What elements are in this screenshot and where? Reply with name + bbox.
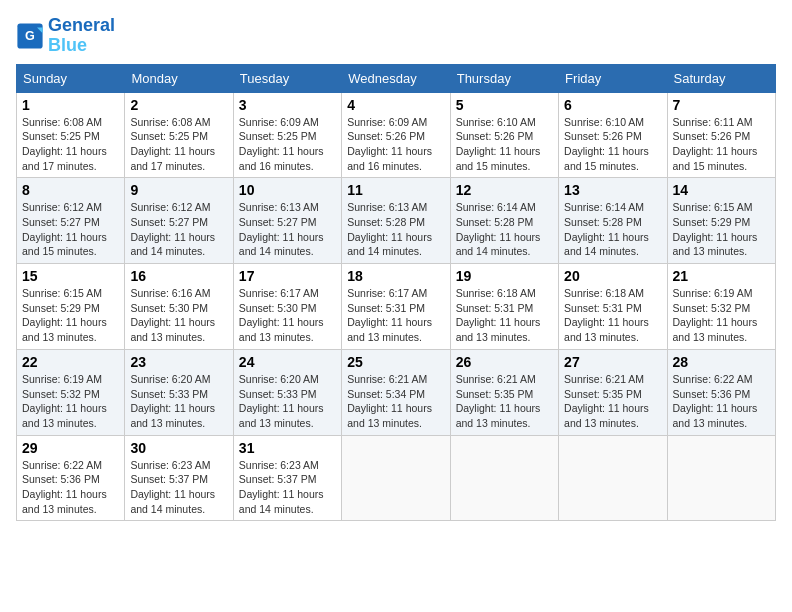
day-number: 15 [22, 268, 119, 284]
calendar-cell [667, 435, 775, 521]
day-info: Sunrise: 6:15 AM Sunset: 5:29 PM Dayligh… [673, 200, 770, 259]
calendar-cell: 18 Sunrise: 6:17 AM Sunset: 5:31 PM Dayl… [342, 264, 450, 350]
day-info: Sunrise: 6:10 AM Sunset: 5:26 PM Dayligh… [456, 115, 553, 174]
logo-icon: G [16, 22, 44, 50]
calendar-cell: 9 Sunrise: 6:12 AM Sunset: 5:27 PM Dayli… [125, 178, 233, 264]
day-info: Sunrise: 6:12 AM Sunset: 5:27 PM Dayligh… [130, 200, 227, 259]
calendar-cell: 3 Sunrise: 6:09 AM Sunset: 5:25 PM Dayli… [233, 92, 341, 178]
calendar-cell: 6 Sunrise: 6:10 AM Sunset: 5:26 PM Dayli… [559, 92, 667, 178]
weekday-header-cell: Monday [125, 64, 233, 92]
calendar-cell: 7 Sunrise: 6:11 AM Sunset: 5:26 PM Dayli… [667, 92, 775, 178]
day-number: 30 [130, 440, 227, 456]
calendar-cell: 31 Sunrise: 6:23 AM Sunset: 5:37 PM Dayl… [233, 435, 341, 521]
day-info: Sunrise: 6:13 AM Sunset: 5:28 PM Dayligh… [347, 200, 444, 259]
day-number: 25 [347, 354, 444, 370]
day-number: 29 [22, 440, 119, 456]
logo-text: General Blue [48, 16, 115, 56]
calendar-cell [342, 435, 450, 521]
day-info: Sunrise: 6:08 AM Sunset: 5:25 PM Dayligh… [22, 115, 119, 174]
calendar-cell: 11 Sunrise: 6:13 AM Sunset: 5:28 PM Dayl… [342, 178, 450, 264]
day-number: 9 [130, 182, 227, 198]
day-info: Sunrise: 6:11 AM Sunset: 5:26 PM Dayligh… [673, 115, 770, 174]
calendar-body: 1 Sunrise: 6:08 AM Sunset: 5:25 PM Dayli… [17, 92, 776, 521]
day-number: 5 [456, 97, 553, 113]
calendar-cell: 4 Sunrise: 6:09 AM Sunset: 5:26 PM Dayli… [342, 92, 450, 178]
calendar-cell: 23 Sunrise: 6:20 AM Sunset: 5:33 PM Dayl… [125, 349, 233, 435]
calendar-cell [559, 435, 667, 521]
day-info: Sunrise: 6:18 AM Sunset: 5:31 PM Dayligh… [564, 286, 661, 345]
day-info: Sunrise: 6:17 AM Sunset: 5:31 PM Dayligh… [347, 286, 444, 345]
calendar-cell: 1 Sunrise: 6:08 AM Sunset: 5:25 PM Dayli… [17, 92, 125, 178]
day-info: Sunrise: 6:10 AM Sunset: 5:26 PM Dayligh… [564, 115, 661, 174]
calendar-cell: 25 Sunrise: 6:21 AM Sunset: 5:34 PM Dayl… [342, 349, 450, 435]
day-info: Sunrise: 6:22 AM Sunset: 5:36 PM Dayligh… [22, 458, 119, 517]
day-info: Sunrise: 6:14 AM Sunset: 5:28 PM Dayligh… [564, 200, 661, 259]
day-info: Sunrise: 6:17 AM Sunset: 5:30 PM Dayligh… [239, 286, 336, 345]
day-number: 6 [564, 97, 661, 113]
day-number: 19 [456, 268, 553, 284]
day-number: 3 [239, 97, 336, 113]
calendar-cell: 13 Sunrise: 6:14 AM Sunset: 5:28 PM Dayl… [559, 178, 667, 264]
day-number: 20 [564, 268, 661, 284]
weekday-header-cell: Sunday [17, 64, 125, 92]
day-info: Sunrise: 6:15 AM Sunset: 5:29 PM Dayligh… [22, 286, 119, 345]
calendar-cell: 12 Sunrise: 6:14 AM Sunset: 5:28 PM Dayl… [450, 178, 558, 264]
day-info: Sunrise: 6:21 AM Sunset: 5:35 PM Dayligh… [564, 372, 661, 431]
calendar-cell: 14 Sunrise: 6:15 AM Sunset: 5:29 PM Dayl… [667, 178, 775, 264]
calendar-cell: 26 Sunrise: 6:21 AM Sunset: 5:35 PM Dayl… [450, 349, 558, 435]
day-number: 22 [22, 354, 119, 370]
day-number: 28 [673, 354, 770, 370]
day-info: Sunrise: 6:12 AM Sunset: 5:27 PM Dayligh… [22, 200, 119, 259]
day-info: Sunrise: 6:16 AM Sunset: 5:30 PM Dayligh… [130, 286, 227, 345]
day-info: Sunrise: 6:09 AM Sunset: 5:25 PM Dayligh… [239, 115, 336, 174]
day-info: Sunrise: 6:21 AM Sunset: 5:35 PM Dayligh… [456, 372, 553, 431]
calendar-cell: 27 Sunrise: 6:21 AM Sunset: 5:35 PM Dayl… [559, 349, 667, 435]
calendar-cell: 17 Sunrise: 6:17 AM Sunset: 5:30 PM Dayl… [233, 264, 341, 350]
day-info: Sunrise: 6:14 AM Sunset: 5:28 PM Dayligh… [456, 200, 553, 259]
calendar-cell: 8 Sunrise: 6:12 AM Sunset: 5:27 PM Dayli… [17, 178, 125, 264]
day-number: 16 [130, 268, 227, 284]
header: G General Blue [16, 16, 776, 56]
day-number: 7 [673, 97, 770, 113]
weekday-header-cell: Friday [559, 64, 667, 92]
day-number: 12 [456, 182, 553, 198]
calendar-cell: 30 Sunrise: 6:23 AM Sunset: 5:37 PM Dayl… [125, 435, 233, 521]
day-info: Sunrise: 6:20 AM Sunset: 5:33 PM Dayligh… [239, 372, 336, 431]
calendar-cell: 5 Sunrise: 6:10 AM Sunset: 5:26 PM Dayli… [450, 92, 558, 178]
calendar-cell: 24 Sunrise: 6:20 AM Sunset: 5:33 PM Dayl… [233, 349, 341, 435]
day-info: Sunrise: 6:23 AM Sunset: 5:37 PM Dayligh… [239, 458, 336, 517]
day-info: Sunrise: 6:19 AM Sunset: 5:32 PM Dayligh… [673, 286, 770, 345]
day-info: Sunrise: 6:08 AM Sunset: 5:25 PM Dayligh… [130, 115, 227, 174]
day-number: 26 [456, 354, 553, 370]
day-info: Sunrise: 6:09 AM Sunset: 5:26 PM Dayligh… [347, 115, 444, 174]
weekday-header-cell: Thursday [450, 64, 558, 92]
calendar-cell [450, 435, 558, 521]
svg-text:G: G [25, 29, 35, 43]
weekday-header-cell: Tuesday [233, 64, 341, 92]
calendar-cell: 20 Sunrise: 6:18 AM Sunset: 5:31 PM Dayl… [559, 264, 667, 350]
day-number: 24 [239, 354, 336, 370]
day-info: Sunrise: 6:20 AM Sunset: 5:33 PM Dayligh… [130, 372, 227, 431]
day-number: 21 [673, 268, 770, 284]
day-number: 31 [239, 440, 336, 456]
calendar-cell: 29 Sunrise: 6:22 AM Sunset: 5:36 PM Dayl… [17, 435, 125, 521]
calendar-cell: 22 Sunrise: 6:19 AM Sunset: 5:32 PM Dayl… [17, 349, 125, 435]
day-number: 18 [347, 268, 444, 284]
logo: G General Blue [16, 16, 115, 56]
day-info: Sunrise: 6:21 AM Sunset: 5:34 PM Dayligh… [347, 372, 444, 431]
weekday-header-cell: Wednesday [342, 64, 450, 92]
day-info: Sunrise: 6:13 AM Sunset: 5:27 PM Dayligh… [239, 200, 336, 259]
calendar-cell: 10 Sunrise: 6:13 AM Sunset: 5:27 PM Dayl… [233, 178, 341, 264]
day-info: Sunrise: 6:18 AM Sunset: 5:31 PM Dayligh… [456, 286, 553, 345]
day-number: 4 [347, 97, 444, 113]
day-number: 10 [239, 182, 336, 198]
weekday-header-cell: Saturday [667, 64, 775, 92]
day-number: 27 [564, 354, 661, 370]
day-number: 17 [239, 268, 336, 284]
day-number: 2 [130, 97, 227, 113]
calendar-cell: 2 Sunrise: 6:08 AM Sunset: 5:25 PM Dayli… [125, 92, 233, 178]
day-info: Sunrise: 6:22 AM Sunset: 5:36 PM Dayligh… [673, 372, 770, 431]
day-info: Sunrise: 6:19 AM Sunset: 5:32 PM Dayligh… [22, 372, 119, 431]
calendar-cell: 15 Sunrise: 6:15 AM Sunset: 5:29 PM Dayl… [17, 264, 125, 350]
day-number: 11 [347, 182, 444, 198]
